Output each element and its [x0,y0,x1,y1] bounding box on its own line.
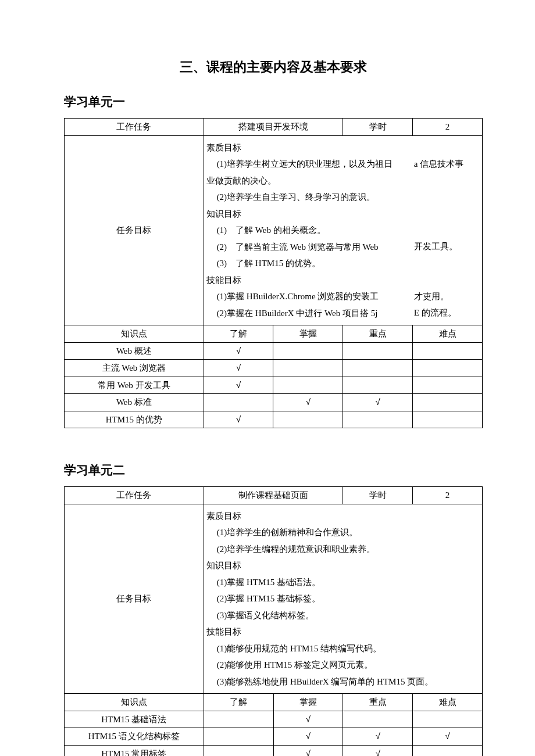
kp-col-master: 掌握 [273,325,343,343]
unit-1-table: 工作任务 搭建项目开发环境 学时 2 任务目标 素质目标 (1)培养学生树立远大… [64,118,483,428]
goal-line: E 的流程。 [414,304,481,321]
kp-col-master: 掌握 [273,694,343,711]
kp-name: Web 概述 [65,342,204,360]
kp-tick: √ [343,394,413,411]
goal-line: (1)培养学生树立远大的职业理想，以及为祖日 [206,156,411,173]
kp-tick [343,342,413,360]
goal-line: (1)掌握 HTM15 基础语法。 [206,574,480,591]
kp-col-name: 知识点 [65,325,204,343]
kp-tick: √ [273,394,343,411]
goal-line: (1) 了解 Web 的相关概念。 [206,222,411,239]
goals-overflow: a 信息技术事 开发工具。 才吏用。 E 的流程。 [413,135,483,325]
goal-line: (2)能够使用 HTM15 标签定义网页元素。 [206,657,480,673]
kp-tick: √ [273,711,343,728]
kp-col-key: 重点 [343,694,413,711]
goals-label: 任务目标 [65,135,204,325]
kp-tick [413,394,483,411]
kp-tick: √ [413,728,483,746]
goal-line: (2)掌握 HTM15 基础标签。 [206,590,480,607]
table-row: HTM15 的优势 √ [65,411,483,428]
kp-name: HTM15 的优势 [65,411,204,428]
kp-tick [273,360,343,377]
kp-tick [204,745,273,756]
goal-quality-head: 素质目标 [206,139,411,156]
task-name: 搭建项目开发环境 [204,119,343,136]
table-row: 主流 Web 浏览器 √ [65,360,483,377]
kp-name: HTM15 语义化结构标签 [65,728,204,746]
kp-tick [273,377,343,394]
kp-tick: √ [204,360,273,377]
goal-line: a 信息技术事 [414,156,481,173]
kp-col-key: 重点 [343,325,413,343]
table-row: HTM15 常用标签 √ √ [65,745,483,756]
hours-label: 学时 [343,119,413,136]
kp-name: Web 标准 [65,394,204,411]
kp-tick [343,377,413,394]
unit-1-heading: 学习单元一 [64,94,483,110]
kp-col-understand: 了解 [204,325,273,343]
goal-skill-head: 技能目标 [206,272,411,289]
table-row: 任务目标 素质目标 (1)培养学生的创新精神和合作意识。 (2)培养学生编程的规… [65,504,483,694]
task-label: 工作任务 [65,487,204,504]
goal-knowledge-head: 知识目标 [206,557,480,574]
kp-tick [273,411,343,428]
kp-tick [343,711,413,728]
kp-name: 主流 Web 浏览器 [65,360,204,377]
kp-tick: √ [204,411,273,428]
hours-value: 2 [413,487,483,504]
goal-line: (3)能够熟练地使用 HBuilderX 编写简单的 HTM15 页面。 [206,673,480,690]
goal-skill-head: 技能目标 [206,624,480,640]
kp-tick: √ [273,745,343,756]
goal-line [414,271,481,288]
goal-line: (3) 了解 HTM15 的优势。 [206,255,411,272]
kp-tick [204,728,273,746]
kp-col-hard: 难点 [413,325,483,343]
kp-tick [343,411,413,428]
kp-tick [204,394,273,411]
kp-name: 常用 Web 开发工具 [65,377,204,394]
table-row: Web 标准 √ √ [65,394,483,411]
kp-name: HTM15 基础语法 [65,711,204,728]
goal-line: (1)培养学生的创新精神和合作意识。 [206,524,480,541]
goal-line: 业做贡献的决心。 [206,173,411,189]
kp-tick [413,342,483,360]
kp-tick: √ [343,728,413,746]
unit-2-heading: 学习单元二 [64,462,483,478]
kp-tick: √ [204,342,273,360]
table-row: 知识点 了解 掌握 重点 难点 [65,325,483,343]
goal-line [414,255,481,272]
table-row: HTM15 基础语法 √ [65,711,483,728]
table-row: 工作任务 搭建项目开发环境 学时 2 [65,119,483,136]
kp-tick [413,411,483,428]
table-row: 工作任务 制作课程基础页面 学时 2 [65,487,483,504]
kp-tick [413,377,483,394]
goal-quality-head: 素质目标 [206,508,480,525]
goal-line: (3)掌握语义化结构标签。 [206,607,480,624]
kp-tick [413,745,483,756]
goal-line [414,222,481,239]
hours-value: 2 [413,119,483,136]
unit-1: 学习单元一 工作任务 搭建项目开发环境 学时 2 任务目标 素质目标 (1)培养… [64,94,483,428]
table-row: HTM15 语义化结构标签 √ √ √ [65,728,483,746]
kp-tick [343,360,413,377]
table-row: 常用 Web 开发工具 √ [65,377,483,394]
page-title: 三、课程的主要内容及基本要求 [64,58,483,76]
goal-line: (1)能够使用规范的 HTM15 结构编写代码。 [206,640,480,657]
task-label: 工作任务 [65,119,204,136]
goals-content: 素质目标 (1)培养学生树立远大的职业理想，以及为祖日 业做贡献的决心。 (2)… [204,135,413,325]
task-name: 制作课程基础页面 [204,487,343,504]
table-row: 知识点 了解 掌握 重点 难点 [65,694,483,711]
goal-line: (2)培养学生自主学习、终身学习的意识。 [206,189,411,206]
goal-line: (1)掌握 HBuilderX.Chrome 浏览器的安装工 [206,288,411,305]
goals-label: 任务目标 [65,504,204,694]
goal-line [414,205,481,222]
unit-2: 学习单元二 工作任务 制作课程基础页面 学时 2 任务目标 素质目标 (1)培养… [64,462,483,756]
hours-label: 学时 [343,487,413,504]
table-row: Web 概述 √ [65,342,483,360]
kp-name: HTM15 常用标签 [65,745,204,756]
goal-line: (2)培养学生编程的规范意识和职业素养。 [206,541,480,558]
goal-line: (2) 了解当前主流 Web 浏览器与常用 Web [206,239,411,256]
goal-knowledge-head: 知识目标 [206,206,411,223]
goal-line [414,172,481,189]
goal-line: 才吏用。 [414,288,481,305]
